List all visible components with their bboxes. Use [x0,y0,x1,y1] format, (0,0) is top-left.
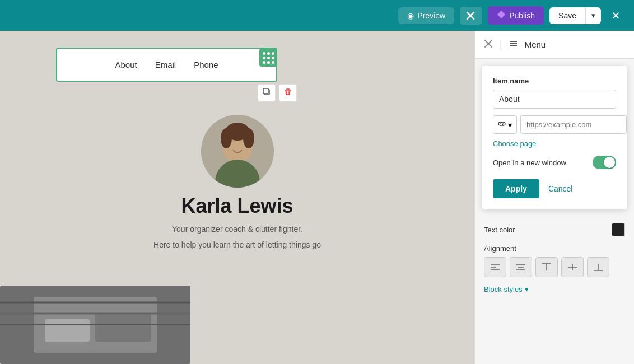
wix-button[interactable] [460,7,482,25]
panel-divider: | [500,39,502,50]
publish-button[interactable]: Publish [488,6,544,25]
chevron-icon: ▾ [508,120,512,129]
main-area: About Email Phone [0,31,634,364]
choose-page-link[interactable]: Choose page [493,139,536,148]
align-left-button[interactable] [484,257,506,277]
close-button[interactable]: ✕ [607,7,625,25]
copy-icon [262,87,271,99]
publish-icon [497,10,506,19]
text-color-label: Text color [484,226,515,234]
cancel-button[interactable]: Cancel [548,184,573,193]
popup-actions: Apply Cancel [493,179,616,198]
canvas: About Email Phone [0,31,474,364]
text-color-swatch[interactable] [612,223,625,236]
block-actions [258,84,297,102]
menu-grid-button[interactable] [259,49,277,67]
text-color-row: Text color [484,223,625,236]
save-dropdown-button[interactable]: ▾ [585,7,601,24]
align-top-button[interactable] [535,257,558,277]
menu-item-about[interactable]: About [115,60,137,69]
avatar [201,115,274,188]
link-type-select[interactable]: ▾ [493,115,517,134]
close-icon: ✕ [611,10,621,22]
preview-label: Preview [417,11,445,20]
bottom-image-svg [0,286,190,364]
preview-button[interactable]: Preview [398,7,454,24]
panel-body: Text color Alignment [475,216,634,300]
grid-icon [263,52,274,64]
wix-icon [465,11,476,21]
item-name-input[interactable] [493,90,616,109]
menu-icon [509,39,518,50]
svg-rect-11 [45,319,90,342]
panel-title: Menu [525,40,546,49]
trash-icon [283,87,292,99]
person-tagline1: Your organizer coach & clutter fighter. [172,225,302,234]
bottom-image [0,286,190,364]
alignment-section: Alignment [484,244,625,277]
align-center-button[interactable] [510,257,532,277]
copy-button[interactable] [258,84,276,102]
block-styles-chevron-icon: ▾ [525,285,529,293]
block-styles-label: Block styles [484,285,523,293]
popup-card: Item name ▾ Choose page Open in a new wi [482,66,627,209]
save-label: Save [558,11,576,20]
open-new-window-label: Open in a new window [493,158,566,167]
save-group: Save ▾ [549,7,601,24]
url-row: ▾ [493,115,616,134]
menu-item-email[interactable]: Email [155,60,176,69]
svg-point-7 [221,128,232,148]
toggle-row: Open in a new window [493,156,616,169]
alignment-label: Alignment [484,244,625,253]
save-button[interactable]: Save [549,7,585,24]
person-tagline2: Here to help you learn the art of lettin… [153,240,321,249]
right-panel: | Menu Item name [474,31,634,364]
apply-button[interactable]: Apply [493,179,539,198]
person-section: Karla Lewis Your organizer coach & clutt… [0,115,474,249]
block-styles-link[interactable]: Block styles ▾ [484,285,625,293]
svg-point-8 [243,128,254,148]
panel-header: | Menu [475,31,634,59]
link-icon [498,120,506,129]
menu-block: About Email Phone [56,48,277,82]
publish-label: Publish [509,11,535,20]
delete-button[interactable] [279,84,297,102]
align-bottom-button[interactable] [587,257,609,277]
item-name-label: Item name [493,77,616,85]
open-new-window-toggle[interactable] [593,156,616,169]
alignment-options [484,257,625,277]
diamond-icon [497,10,506,21]
svg-rect-12 [95,314,151,342]
menu-item-phone[interactable]: Phone [194,60,218,69]
svg-rect-1 [263,88,268,94]
url-input[interactable] [520,115,627,134]
chevron-down-icon: ▾ [591,11,595,20]
toggle-knob [604,157,615,168]
align-middle-button[interactable] [561,257,584,277]
panel-wix-icon [484,39,493,50]
person-name: Karla Lewis [181,194,293,218]
eye-icon [407,11,414,20]
menu-items: About Email Phone [115,60,218,69]
topbar: Preview Publish Save ▾ ✕ [0,0,634,31]
